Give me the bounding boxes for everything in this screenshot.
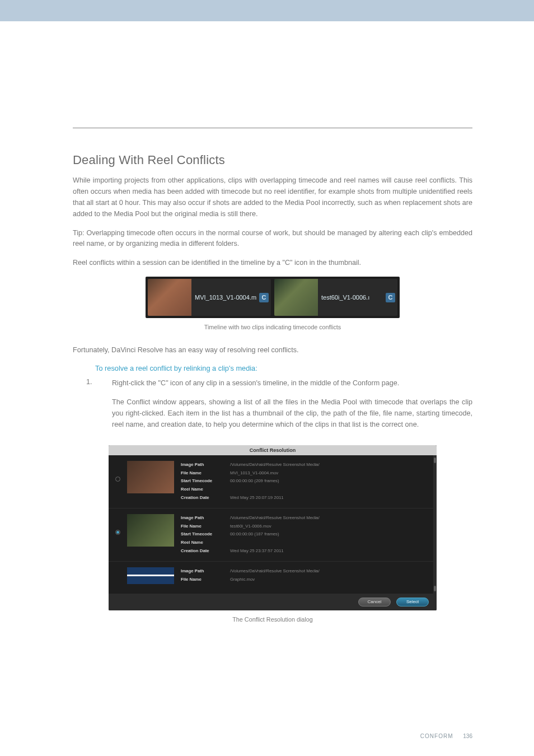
- conflict-entry[interactable]: Image Path/Volumes/DaVraid/Resolve Scree…: [109, 508, 434, 562]
- meta-key: File Name: [181, 469, 221, 478]
- meta-key: Reel Name: [181, 486, 221, 494]
- step-number: 1.: [86, 378, 93, 438]
- entry-metadata: Image Path/Volumes/DaVraid/Resolve Scree…: [181, 461, 428, 502]
- page-content: Dealing With Reel Conflicts While import…: [0, 21, 534, 660]
- clip-thumbnail: [274, 279, 318, 316]
- select-button[interactable]: Select: [396, 598, 429, 606]
- meta-key: Image Path: [181, 514, 221, 522]
- meta-value: /Volumes/DaVraid/Resolve Screenshot Medi…: [230, 461, 320, 469]
- para-fortunately: Fortunately, DaVinci Resolve has an easy…: [73, 345, 472, 356]
- meta-value: MVI_1013_V1-0004.mov: [230, 469, 278, 478]
- meta-key: Start Timecode: [181, 530, 221, 539]
- conflict-entry[interactable]: Image Path/Volumes/DaVraid/Resolve Scree…: [109, 562, 434, 594]
- meta-key: Creation Date: [181, 547, 221, 556]
- footer-page-number: 136: [463, 733, 472, 739]
- para-tip: Tip: Overlapping timecode often occurs i…: [73, 228, 472, 250]
- meta-key: Start Timecode: [181, 477, 221, 486]
- dialog-title: Conflict Resolution: [109, 445, 437, 455]
- meta-value: /Volumes/DaVraid/Resolve Screenshot Medi…: [230, 514, 320, 522]
- meta-key: Image Path: [181, 461, 221, 469]
- meta-key: Image Path: [181, 567, 221, 576]
- meta-value: 00:00:00:00 (187 frames): [230, 530, 279, 539]
- scrollbar-thumb: [434, 458, 436, 463]
- footer-section: CONFORM: [420, 733, 453, 739]
- figure-caption-1: Timeline with two clips indicating timec…: [73, 324, 472, 330]
- radio-selected[interactable]: [115, 530, 120, 535]
- dialog-footer: Cancel Select: [109, 594, 437, 610]
- top-banner: [0, 0, 534, 21]
- timeline-clip-2[interactable]: test60i_V1-0006.ı C: [274, 279, 397, 316]
- step-text-a: Right-click the "C" icon of any clip in …: [112, 378, 472, 389]
- procedure-heading: To resolve a reel conflict by relinking …: [95, 364, 472, 372]
- procedure-steps: 1. Right-click the "C" icon of any clip …: [86, 378, 472, 438]
- entry-thumbnail: [127, 514, 174, 547]
- dialog-body: Image Path/Volumes/DaVraid/Resolve Scree…: [109, 455, 437, 594]
- meta-value: test60i_V1-0006.mov: [230, 522, 271, 531]
- para-c-icon: Reel conflicts within a session can be i…: [73, 258, 472, 269]
- cancel-button[interactable]: Cancel: [358, 598, 391, 606]
- step-1: 1. Right-click the "C" icon of any clip …: [86, 378, 472, 438]
- figure-caption-2: The Conflict Resolution dialog: [73, 616, 472, 623]
- meta-value: Wed May 25 20:07:19 2011: [230, 494, 284, 502]
- step-text-b: The Conflict window appears, showing a l…: [112, 397, 472, 431]
- meta-key: File Name: [181, 522, 221, 531]
- entry-metadata: Image Path/Volumes/DaVraid/Resolve Scree…: [181, 567, 428, 584]
- meta-key: File Name: [181, 576, 221, 584]
- meta-value: 00:00:00:00 (209 frames): [230, 477, 279, 486]
- meta-key: Creation Date: [181, 494, 221, 502]
- entry-thumbnail: [127, 567, 174, 584]
- meta-value: Wed May 25 23:37:57 2011: [230, 547, 284, 556]
- scrollbar-thumb: [434, 586, 436, 591]
- entry-metadata: Image Path/Volumes/DaVraid/Resolve Scree…: [181, 514, 428, 556]
- para-intro: While importing projects from other appl…: [73, 175, 472, 220]
- clip-thumbnail: [148, 279, 191, 316]
- conflict-c-icon[interactable]: C: [259, 293, 269, 302]
- figure-timeline-conflicts: MVI_1013_V1-0004.m C test60i_V1-0006.ı C: [146, 277, 400, 318]
- conflict-c-icon[interactable]: C: [386, 293, 395, 302]
- section-title: Dealing With Reel Conflicts: [73, 128, 472, 167]
- page-footer: CONFORM 136: [420, 733, 472, 739]
- clip-name-label: MVI_1013_V1-0004.m: [191, 294, 259, 301]
- meta-value: /Volumes/DaVraid/Resolve Screenshot Medi…: [230, 567, 320, 576]
- meta-value: Graphic.mov: [230, 576, 255, 584]
- timeline-clip-1[interactable]: MVI_1013_V1-0004.m C: [148, 279, 271, 316]
- entry-thumbnail: [127, 461, 174, 493]
- radio-unselected[interactable]: [115, 477, 120, 482]
- meta-key: Reel Name: [181, 539, 221, 547]
- figure-conflict-dialog: Conflict Resolution Image Path/Volumes/D…: [109, 445, 437, 610]
- conflict-entry[interactable]: Image Path/Volumes/DaVraid/Resolve Scree…: [109, 455, 434, 508]
- dialog-scrollbar[interactable]: [433, 455, 437, 594]
- clip-name-label: test60i_V1-0006.ı: [318, 294, 386, 301]
